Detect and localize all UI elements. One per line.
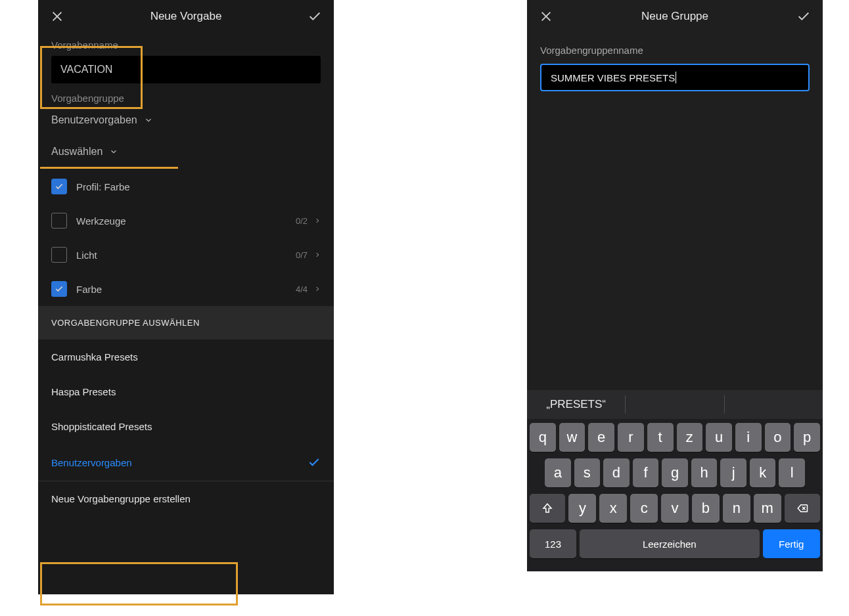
preset-group-item-label: Shoppisticated Presets [51,421,152,432]
key-i[interactable]: i [735,423,762,452]
key-u[interactable]: u [706,423,732,452]
preset-group-item-label: Benutzervorgaben [51,457,132,468]
check-icon [308,456,321,469]
chevron-right-icon[interactable] [314,284,321,294]
select-section: Auswählen [38,134,334,165]
option-label: Profil: Farbe [76,181,321,192]
checkbox-icon[interactable] [51,213,67,229]
key-o[interactable]: o [765,423,791,452]
key-w[interactable]: w [559,423,585,452]
preset-group-dropdown[interactable]: Benutzervorgaben [51,109,321,131]
option-row[interactable]: Licht 0/7 [46,238,326,272]
suggestion[interactable]: „PRESETS“ [527,395,626,414]
confirm-icon[interactable] [796,9,811,24]
option-row[interactable]: Farbe 4/4 [46,272,326,306]
key-y[interactable]: y [568,494,596,523]
option-label: Licht [76,250,296,261]
key-n[interactable]: n [723,494,750,523]
key-g[interactable]: g [662,458,688,487]
preset-name-section: Vorgabenname VACATION [38,33,334,86]
select-label: Auswählen [51,146,103,158]
screen-new-preset: Neue Vorgabe Vorgabenname VACATION Vorga… [38,0,334,594]
group-name-value: SUMMER VIBES PRESETS [551,72,675,83]
option-label: Farbe [76,284,296,295]
preset-group-item-label: Haspa Presets [51,386,116,397]
preset-group-section: Vorgabengruppe Benutzervorgaben [38,86,334,134]
key-k[interactable]: k [750,458,776,487]
numbers-key[interactable]: 123 [530,529,576,558]
keyboard-row: 123 Leerzeichen Fertig [530,529,820,558]
key-q[interactable]: q [530,423,556,452]
key-v[interactable]: v [661,494,689,523]
close-icon[interactable] [539,9,553,24]
chevron-down-icon [109,147,118,156]
key-d[interactable]: d [603,458,630,487]
key-m[interactable]: m [754,494,781,523]
select-dropdown[interactable]: Auswählen [51,141,321,163]
group-name-label: Vorgabengruppenname [540,45,810,56]
preset-group-item[interactable]: Benutzervorgaben [38,444,334,481]
key-e[interactable]: e [588,423,614,452]
page-title: Neue Gruppe [641,10,708,23]
preset-group-item[interactable]: Haspa Presets [38,374,334,409]
topbar: Neue Gruppe [527,0,823,33]
create-new-group-button[interactable]: Neue Vorgabengruppe erstellen [38,481,334,516]
topbar: Neue Vorgabe [38,0,334,33]
keyboard-row: y x c v b n m [530,494,820,523]
spacer [527,95,823,390]
option-label: Werkzeuge [76,215,296,227]
checkbox-icon[interactable] [51,247,67,263]
shift-key[interactable] [530,494,565,523]
preset-name-label: Vorgabenname [51,39,321,51]
checkbox-icon[interactable] [51,179,67,194]
preset-group-label: Vorgabengruppe [51,93,321,104]
key-h[interactable]: h [691,458,718,487]
shift-icon [541,502,553,514]
chevron-down-icon [144,116,153,125]
option-row[interactable]: Profil: Farbe [46,169,326,204]
text-caret [676,72,676,83]
preset-group-item[interactable]: Carmushka Presets [38,340,334,374]
group-name-section: Vorgabengruppenname SUMMER VIBES PRESETS [527,33,823,95]
key-a[interactable]: a [545,458,571,487]
preset-group-item[interactable]: Shoppisticated Presets [38,409,334,444]
preset-group-value: Benutzervorgaben [51,114,137,126]
group-name-input[interactable]: SUMMER VIBES PRESETS [540,64,810,91]
key-l[interactable]: l [779,458,805,487]
done-key[interactable]: Fertig [763,529,821,558]
option-count: 4/4 [296,284,308,294]
keyboard-row: q w e r t z u i o p [530,423,820,452]
key-t[interactable]: t [647,423,674,452]
onscreen-keyboard: q w e r t z u i o p a s d f g h j k l [527,419,823,571]
key-s[interactable]: s [574,458,601,487]
chevron-right-icon[interactable] [314,216,321,225]
confirm-icon[interactable] [308,9,322,24]
suggestion[interactable] [725,395,823,414]
key-z[interactable]: z [677,423,703,452]
page-title: Neue Vorgabe [150,10,222,23]
preset-group-item-label: Carmushka Presets [51,351,138,363]
key-r[interactable]: r [618,423,644,452]
key-b[interactable]: b [692,494,720,523]
key-c[interactable]: c [630,494,658,523]
option-count: 0/7 [296,250,308,260]
preset-name-input[interactable]: VACATION [51,56,321,83]
keyboard-suggestion-bar: „PRESETS“ [527,390,823,419]
key-j[interactable]: j [720,458,746,487]
key-x[interactable]: x [599,494,627,523]
backspace-key[interactable] [785,494,820,523]
option-row[interactable]: Werkzeuge 0/2 [46,204,326,238]
chevron-right-icon[interactable] [314,250,321,259]
checkbox-icon[interactable] [51,281,67,297]
suggestion[interactable] [626,395,724,414]
option-list: Profil: Farbe Werkzeuge 0/2 Licht 0/7 Fa… [38,165,334,306]
choose-group-header: VORGABENGRUPPE AUSWÄHLEN [38,306,334,340]
option-count: 0/2 [296,216,308,226]
screen-new-group: Neue Gruppe Vorgabengruppenname SUMMER V… [527,0,823,571]
spacebar-key[interactable]: Leerzeichen [580,529,759,558]
keyboard-row: a s d f g h j k l [530,458,820,487]
key-f[interactable]: f [633,458,659,487]
close-icon[interactable] [50,9,64,24]
key-p[interactable]: p [794,423,820,452]
backspace-icon [795,502,810,514]
